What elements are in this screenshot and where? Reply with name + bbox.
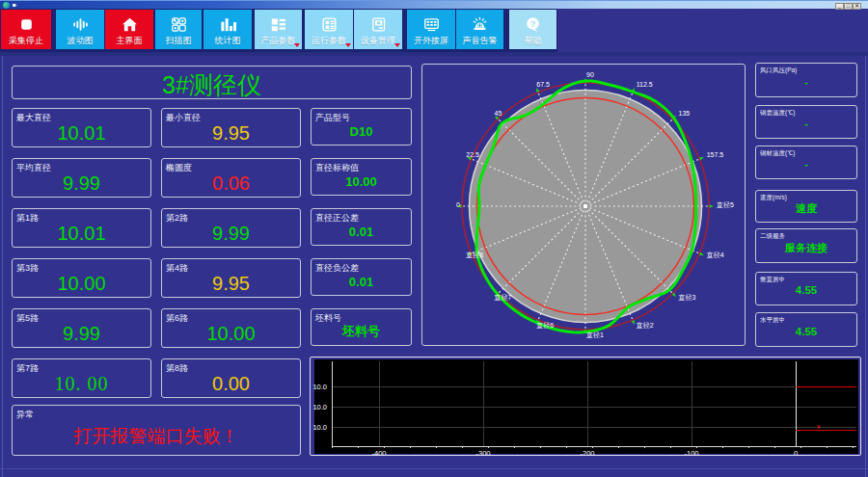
svg-text:-100: -100 bbox=[684, 449, 698, 455]
svg-text:?: ? bbox=[530, 18, 536, 29]
svg-text:直径3: 直径3 bbox=[679, 294, 696, 302]
svg-text:157.5: 157.5 bbox=[707, 151, 724, 158]
svg-text:10.0: 10.0 bbox=[312, 403, 327, 411]
svg-text:10.0: 10.0 bbox=[312, 423, 327, 432]
svg-text:直径2: 直径2 bbox=[637, 322, 654, 330]
svg-text:0: 0 bbox=[456, 201, 460, 208]
svg-text:-300: -300 bbox=[475, 449, 490, 455]
svg-text:直径6: 直径6 bbox=[536, 322, 554, 330]
svg-text:135: 135 bbox=[679, 110, 691, 117]
svg-text:直径4: 直径4 bbox=[707, 252, 724, 259]
svg-text:0: 0 bbox=[794, 449, 798, 455]
svg-text:45: 45 bbox=[495, 110, 502, 117]
svg-text:直径8: 直径8 bbox=[466, 252, 483, 259]
svg-text:-400: -400 bbox=[371, 449, 386, 455]
svg-text:67.5: 67.5 bbox=[536, 81, 550, 88]
svg-text:112.5: 112.5 bbox=[637, 81, 653, 88]
svg-text:90: 90 bbox=[586, 71, 594, 78]
svg-text:10.0: 10.0 bbox=[312, 383, 327, 391]
svg-text:直径7: 直径7 bbox=[495, 294, 512, 302]
svg-text:22.5: 22.5 bbox=[466, 151, 479, 158]
svg-text:直径1: 直径1 bbox=[586, 331, 604, 339]
svg-text:-200: -200 bbox=[580, 449, 594, 455]
svg-text:直径5: 直径5 bbox=[717, 201, 734, 209]
svg-text:x: x bbox=[817, 423, 821, 430]
